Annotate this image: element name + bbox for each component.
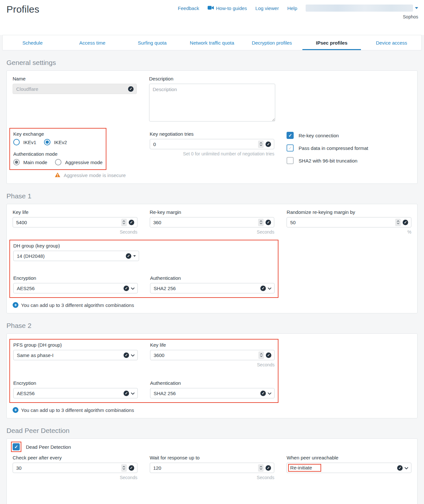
phase1-rekey-margin-field: ✓ <box>150 217 275 227</box>
phase2-encryption-select[interactable]: AES256 ✓ <box>13 388 138 398</box>
phase1-key-life-label: Key life <box>13 209 137 215</box>
checkbox-rekey-connection[interactable]: ✓ Re-key connection <box>287 132 411 139</box>
warning-triangle-icon <box>55 172 60 178</box>
number-stepper[interactable] <box>258 464 264 472</box>
number-stepper[interactable] <box>258 141 264 148</box>
help-link[interactable]: Help <box>287 5 297 11</box>
highlight-box-phase2-algorithms: PFS group (DH group) Same as phase-I ✓ K… <box>9 339 278 403</box>
valid-check-icon: ✓ <box>124 391 129 396</box>
add-icon[interactable]: + <box>13 407 18 413</box>
name-input[interactable] <box>16 86 128 92</box>
dpd-wait-response-label: Wait for response up to <box>150 455 275 460</box>
section-heading-dpd: Dead Peer Detection <box>6 427 418 435</box>
brand-label: Sophos <box>403 14 418 19</box>
dpd-card: ✓ Dead Peer Detection Check peer after e… <box>6 438 418 504</box>
radio-main-mode[interactable]: Main mode <box>13 159 47 165</box>
section-heading-phase2: Phase 2 <box>6 322 418 330</box>
dpd-when-unreachable-select[interactable]: Re-initiate ✓ <box>287 463 411 473</box>
chevron-down-icon <box>131 352 135 358</box>
chevron-down-icon <box>405 465 408 471</box>
phase2-encryption-label: Encryption <box>13 380 138 386</box>
valid-check-icon: ✓ <box>260 286 266 291</box>
valid-check-icon: ✓ <box>129 220 134 225</box>
key-negotiation-input[interactable] <box>153 142 258 147</box>
tab-ipsec-profiles[interactable]: IPsec profiles <box>302 35 362 50</box>
phase1-key-life-input[interactable] <box>16 220 121 225</box>
key-exchange-label: Key exchange <box>13 131 103 137</box>
number-stepper[interactable] <box>395 219 401 226</box>
page-header: Profiles Feedback How-to guides Log view… <box>0 0 424 35</box>
dpd-enable-label: Dead Peer Detection <box>26 444 71 450</box>
chevron-down-icon <box>268 390 271 396</box>
phase1-card: Key life ✓ Seconds Re-key margin ✓ <box>6 204 418 313</box>
section-heading-phase1: Phase 1 <box>6 192 418 200</box>
valid-check-icon: ✓ <box>124 352 129 358</box>
feedback-link[interactable]: Feedback <box>178 5 199 11</box>
valid-check-icon: ✓ <box>266 465 271 471</box>
phase1-randomize-input[interactable] <box>290 220 395 225</box>
dpd-wait-response-field: ✓ <box>150 463 275 473</box>
log-viewer-link[interactable]: Log viewer <box>255 5 279 11</box>
phase2-key-life-input[interactable] <box>154 352 258 358</box>
valid-check-icon: ✓ <box>124 286 129 291</box>
checkbox-checked-icon: ✓ <box>287 132 294 139</box>
tab-network-traffic-quota[interactable]: Network traffic quota <box>182 35 242 50</box>
profile-tabs: Schedule Access time Surfing quota Netwo… <box>2 35 422 50</box>
radio-aggressive-mode[interactable]: Aggressive mode <box>55 159 103 165</box>
valid-check-icon: ✓ <box>266 220 271 225</box>
highlight-box-key-exchange: Key exchange IKEv1 IKEv2 Authentication … <box>9 128 106 170</box>
phase2-key-life-label: Key life <box>150 342 275 348</box>
dpd-enable-checkbox[interactable]: ✓ <box>13 443 20 450</box>
radio-selected-gray-icon <box>13 159 20 165</box>
aggressive-mode-warning: Aggressive mode is insecure <box>55 172 137 178</box>
number-stepper[interactable] <box>258 219 264 226</box>
phase1-dh-group-label: DH group (key group) <box>13 243 139 248</box>
key-negotiation-label: Key negotiation tries <box>150 131 275 137</box>
radio-ikev1[interactable]: IKEv1 <box>13 139 36 145</box>
user-menu[interactable] <box>306 5 418 12</box>
phase2-card: PFS group (DH group) Same as phase-I ✓ K… <box>6 333 418 418</box>
radio-selected-icon <box>44 139 50 145</box>
chevron-down-icon <box>131 285 135 291</box>
add-icon[interactable]: + <box>13 302 18 308</box>
unit-label: Seconds <box>150 229 275 235</box>
phase1-encryption-label: Encryption <box>13 275 138 281</box>
phase2-pfs-group-label: PFS group (DH group) <box>13 342 138 348</box>
valid-check-icon: ✓ <box>260 391 266 396</box>
radio-gray-icon <box>55 159 61 165</box>
unit-label: Seconds <box>13 475 137 480</box>
tab-surfing-quota[interactable]: Surfing quota <box>122 35 182 50</box>
number-stepper[interactable] <box>121 464 127 472</box>
phase2-authentication-select[interactable]: SHA2 256 ✓ <box>150 388 275 398</box>
howto-guides-link[interactable]: How-to guides <box>208 5 247 11</box>
description-textarea[interactable] <box>149 84 275 121</box>
active-tab-underline <box>302 49 361 50</box>
tab-schedule[interactable]: Schedule <box>3 35 62 50</box>
key-negotiation-help: Set 0 for unlimited number of negotiatio… <box>150 151 275 156</box>
checkbox-unchecked-icon: ✓ <box>287 144 294 152</box>
checkbox-sha2-truncation[interactable]: SHA2 with 96-bit truncation <box>287 157 411 164</box>
valid-check-icon: ✓ <box>266 142 271 147</box>
phase1-rekey-margin-input[interactable] <box>153 220 258 225</box>
redacted-account-name <box>306 5 413 12</box>
tab-access-time[interactable]: Access time <box>62 35 122 50</box>
phase1-authentication-select[interactable]: SHA2 256 ✓ <box>150 283 275 293</box>
radio-ikev2[interactable]: IKEv2 <box>44 139 67 145</box>
tab-decryption-profiles[interactable]: Decryption profiles <box>242 35 302 50</box>
tab-device-access[interactable]: Device access <box>362 35 421 50</box>
phase2-pfs-group-select[interactable]: Same as phase-I ✓ <box>13 350 138 360</box>
number-stepper[interactable] <box>121 219 127 226</box>
dpd-wait-response-input[interactable] <box>153 465 258 471</box>
top-nav: Feedback How-to guides Log viewer Help <box>178 5 418 12</box>
phase1-dh-group-select[interactable]: 14 (DH2048) ✓ <box>13 251 139 261</box>
phase1-add-combination: + You can add up to 3 different algorith… <box>13 302 411 308</box>
valid-check-icon: ✓ <box>266 352 271 358</box>
valid-check-icon: ✓ <box>129 465 134 471</box>
dropdown-triangle-icon <box>133 255 136 257</box>
video-camera-icon <box>208 5 214 11</box>
checkbox-pass-data-compressed[interactable]: ✓ Pass data in compressed format <box>287 144 411 152</box>
phase1-encryption-select[interactable]: AES256 ✓ <box>13 283 138 293</box>
number-stepper[interactable] <box>258 352 264 359</box>
chevron-down-icon <box>268 285 271 291</box>
dpd-check-peer-input[interactable] <box>16 465 121 471</box>
